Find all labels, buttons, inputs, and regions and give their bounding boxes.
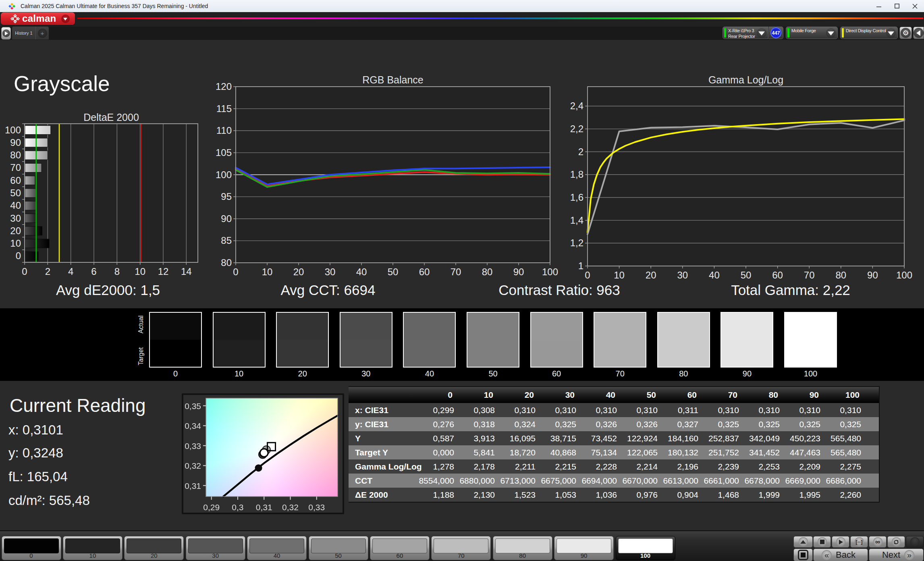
deltae-2000-chart: DeltaE 200010090807060504030201000246810… [0, 111, 218, 280]
table-row-label: CCT [349, 476, 415, 486]
play-button[interactable] [832, 536, 849, 548]
table-cell: 2,228 [578, 462, 619, 472]
table-cell: 6880,000 [456, 476, 496, 486]
deltae-bar-60 [25, 176, 35, 185]
table-row-label: y: CIE31 [349, 420, 415, 429]
table-cell: 5,841 [456, 448, 496, 457]
pattern-patch-10[interactable]: 10 [63, 536, 123, 560]
table-row: Gamma Log/Log1,2782,1782,2112,2152,2282,… [349, 459, 879, 474]
table-header-cell: 50 [619, 390, 659, 400]
pattern-patch-50[interactable]: 50 [309, 536, 368, 560]
patch-color-chip [188, 538, 243, 553]
refresh-button[interactable] [887, 536, 905, 548]
pattern-patch-0[interactable]: 0 [2, 536, 61, 560]
tab-history-1[interactable]: History 1 [12, 27, 36, 39]
table-cell: 0,310 [822, 405, 863, 415]
add-tab-button[interactable]: + [36, 27, 49, 39]
svg-text:80: 80 [10, 150, 21, 160]
swatch-label: 60 [530, 369, 583, 378]
svg-text:10: 10 [135, 266, 145, 277]
patch-label: 30 [186, 552, 245, 559]
grayscale-swatch-50 [467, 312, 519, 368]
svg-text:0,35: 0,35 [185, 401, 201, 411]
table-cell: 40,868 [537, 448, 578, 457]
table-cell: 0,299 [415, 405, 456, 415]
svg-text:1: 1 [578, 260, 583, 271]
svg-text:80: 80 [221, 257, 232, 268]
meter-count-chip[interactable]: 447 [768, 27, 783, 39]
settings-button[interactable]: ⚙ [899, 27, 912, 39]
stop-button[interactable] [813, 536, 831, 548]
svg-text:RGB Balance: RGB Balance [362, 75, 423, 85]
table-cell: 2,209 [781, 462, 822, 472]
table-cell: 0,310 [619, 405, 659, 415]
svg-text:DeltaE 2000: DeltaE 2000 [83, 112, 139, 123]
svg-text:80: 80 [482, 266, 493, 277]
swatch-label: 70 [594, 369, 646, 378]
patch-color-chip [4, 538, 59, 553]
meter-device-button[interactable]: X-Rite i1Pro 3 Rear Projector [723, 27, 768, 39]
table-header-cell: 90 [781, 390, 822, 400]
svg-text:0: 0 [16, 250, 21, 261]
swatch-label: 10 [213, 369, 266, 378]
table-cell: 2,196 [659, 462, 700, 472]
pattern-patch-100[interactable]: 100 [616, 536, 675, 560]
continuous-measure-button[interactable]: ∞ [869, 536, 887, 548]
table-row-label: Target Y [349, 448, 415, 457]
table-cell: 252,837 [700, 434, 741, 443]
svg-text:50: 50 [10, 187, 21, 198]
svg-text:10: 10 [10, 238, 21, 249]
swatch-label: 80 [657, 369, 710, 378]
blank-pattern-icon [798, 550, 808, 560]
meter-device-mode: Rear Projector [728, 34, 755, 39]
step-measure-button[interactable]: [··] [850, 536, 868, 548]
table-cell: 0,976 [619, 490, 659, 500]
pattern-patch-70[interactable]: 70 [431, 536, 491, 560]
svg-text:10: 10 [614, 270, 625, 280]
table-cell: 6613,000 [659, 476, 700, 486]
swatch-target [594, 340, 646, 367]
grayscale-swatch-30 [340, 312, 392, 368]
maximize-button[interactable] [888, 0, 906, 12]
pattern-patch-20[interactable]: 20 [124, 536, 184, 560]
chevron-down-icon [886, 28, 896, 38]
table-row: CCT8554,0006880,0006713,0006675,0006694,… [349, 474, 879, 488]
deltae-bar-40 [25, 201, 37, 210]
svg-text:105: 105 [216, 147, 232, 158]
pattern-window-up-button[interactable] [793, 536, 813, 548]
close-button[interactable] [906, 0, 924, 12]
deltae-bar-20 [25, 226, 42, 235]
table-cell: 0,325 [537, 420, 578, 429]
svg-text:1,2: 1,2 [570, 237, 583, 248]
rainbow-strip [77, 17, 923, 19]
table-cell: 0,311 [659, 405, 700, 415]
minimize-button[interactable] [870, 0, 888, 12]
table-cell: 75,134 [578, 448, 619, 457]
calman-menu-button[interactable]: calman [1, 12, 75, 25]
chevrons-right-icon: » [904, 550, 914, 560]
next-label: Next [882, 550, 900, 560]
table-cell: 6678,000 [741, 476, 781, 486]
play-icon [2, 29, 10, 37]
pattern-patch-80[interactable]: 80 [493, 536, 552, 560]
blank-pattern-button[interactable] [793, 549, 813, 561]
pattern-patch-60[interactable]: 60 [370, 536, 430, 560]
layout-flyout-button[interactable] [1, 27, 11, 39]
display-control-button[interactable]: Direct Display Control [840, 27, 898, 39]
back-button[interactable]: « Back [813, 549, 868, 561]
record-button[interactable] [906, 536, 924, 548]
pattern-patch-90[interactable]: 90 [554, 536, 614, 560]
patch-label: 60 [370, 552, 429, 559]
summary-stat: Avg CCT: 6694 [199, 282, 457, 298]
pattern-patch-40[interactable]: 40 [247, 536, 307, 560]
swatch-label: 100 [784, 369, 837, 378]
svg-text:60: 60 [10, 175, 21, 186]
patch-color-chip [495, 538, 550, 553]
back-label: Back [836, 550, 855, 560]
next-button[interactable]: Next » [869, 549, 924, 561]
source-button[interactable]: Mobile Forge [786, 27, 838, 39]
svg-text:2: 2 [578, 146, 583, 157]
table-row: x: CIE310,2990,3080,3100,3100,3100,3100,… [349, 403, 879, 417]
pattern-patch-30[interactable]: 30 [186, 536, 245, 560]
collapse-toolbar-button[interactable] [913, 27, 924, 39]
